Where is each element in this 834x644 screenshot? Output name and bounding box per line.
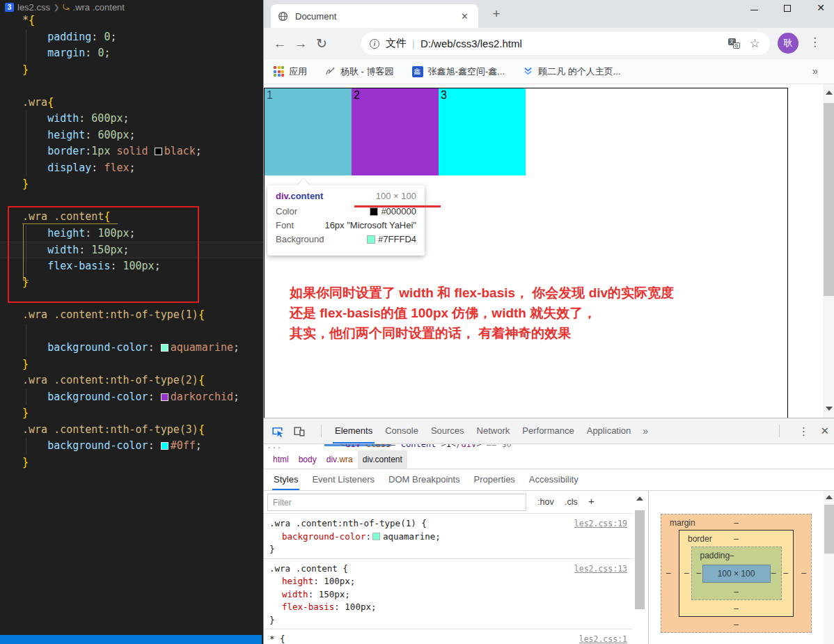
bookmarks-overflow-icon[interactable]: » bbox=[812, 65, 818, 77]
property-name[interactable]: width bbox=[282, 589, 308, 599]
scrollbar-thumb[interactable] bbox=[824, 103, 834, 296]
devtools-tab-network[interactable]: Network bbox=[471, 418, 517, 443]
scrollbar-thumb[interactable] bbox=[635, 510, 645, 609]
browser-menu-icon[interactable]: ⋮ bbox=[809, 35, 821, 49]
bookmark-star-icon[interactable]: ☆ bbox=[750, 36, 760, 51]
code-token: ; bbox=[196, 145, 202, 157]
subtab-properties[interactable]: Properties bbox=[467, 469, 522, 490]
maximize-icon[interactable] bbox=[784, 5, 791, 12]
dom-node-line[interactable]: <div class="content">1</div> == $0 bbox=[340, 444, 512, 449]
border-bottom-value[interactable]: – bbox=[679, 604, 793, 613]
border-left-value[interactable]: – bbox=[684, 568, 689, 578]
box-model-content[interactable]: 100 × 100 bbox=[702, 565, 771, 583]
css-declaration[interactable]: height: 100px; bbox=[269, 575, 627, 588]
back-icon[interactable]: ← bbox=[269, 36, 290, 52]
box-model-padding[interactable]: padding – – – – 100 × 100 bbox=[691, 547, 782, 600]
bookmark-label: 应用 bbox=[289, 65, 307, 78]
source-link[interactable]: les2.css:19 bbox=[574, 517, 627, 531]
scrollbar-thumb[interactable] bbox=[824, 505, 834, 553]
source-link[interactable]: les2.css:1 bbox=[579, 633, 627, 644]
border-top-value[interactable]: – bbox=[679, 534, 793, 544]
margin-top-value[interactable]: – bbox=[661, 518, 811, 528]
box-model-border[interactable]: border – – – – padding – bbox=[679, 530, 794, 617]
margin-bottom-value[interactable]: – bbox=[661, 620, 811, 629]
inspect-element-icon[interactable] bbox=[271, 425, 284, 438]
page-info-icon[interactable]: i bbox=[370, 39, 379, 49]
scroll-up-icon[interactable] bbox=[826, 91, 833, 95]
padding-bottom-value[interactable]: – bbox=[692, 587, 781, 597]
new-tab-button[interactable]: + bbox=[488, 6, 505, 22]
property-value[interactable]: aquamarine; bbox=[383, 531, 441, 542]
property-name[interactable]: height bbox=[282, 576, 313, 586]
bookmark-blog[interactable]: 杨耿 - 博客园 bbox=[325, 65, 394, 78]
scroll-up-icon[interactable] bbox=[636, 496, 643, 501]
device-toolbar-icon[interactable] bbox=[292, 425, 306, 438]
padding-top-value[interactable]: – bbox=[730, 551, 734, 560]
subtab-dom-breakpoints[interactable]: DOM Breakpoints bbox=[381, 469, 467, 490]
border-right-value[interactable]: – bbox=[783, 568, 788, 578]
forward-icon[interactable]: → bbox=[290, 36, 311, 52]
padding-right-value[interactable]: – bbox=[771, 568, 776, 578]
new-rule-button[interactable]: + bbox=[588, 495, 595, 507]
color-swatch[interactable] bbox=[372, 533, 380, 540]
breadcrumb-item[interactable]: html bbox=[268, 450, 294, 469]
property-value[interactable]: 100px; bbox=[345, 602, 376, 612]
breadcrumb-item[interactable]: div.wra bbox=[322, 450, 358, 469]
minimize-icon[interactable] bbox=[750, 10, 758, 10]
editor-breadcrumb[interactable]: 3 les2.css ❯ ⤿ .wra .content bbox=[0, 0, 263, 14]
subtab-event-listeners[interactable]: Event Listeners bbox=[305, 469, 381, 490]
elements-tree-clipped-row[interactable]: ... <div class="content">1</div> == $0 bbox=[264, 444, 834, 450]
translate-icon[interactable]: 文 G bbox=[728, 38, 740, 49]
css-declaration[interactable]: background-color:aquamarine; bbox=[269, 531, 627, 544]
breadcrumb-item[interactable]: div.content bbox=[358, 450, 407, 469]
css-declaration[interactable]: flex-basis: 100px; bbox=[269, 601, 627, 614]
scroll-up-icon[interactable] bbox=[826, 495, 833, 499]
reload-icon[interactable]: ↻ bbox=[311, 36, 332, 52]
breadcrumb-item[interactable]: body bbox=[294, 450, 322, 469]
address-bar[interactable]: i 文件 | D:/web/css3/les2.html 文 G ☆ bbox=[361, 32, 770, 55]
property-name[interactable]: background-color bbox=[282, 531, 365, 542]
code-line: } bbox=[0, 455, 263, 471]
hover-state-button[interactable]: :hov bbox=[537, 497, 554, 507]
class-toggle-button[interactable]: .cls bbox=[565, 497, 578, 507]
source-link[interactable]: les2.css:13 bbox=[574, 563, 627, 576]
url-text[interactable]: D:/web/css3/les2.html bbox=[420, 38, 522, 49]
boxmodel-scrollbar[interactable] bbox=[824, 491, 834, 644]
devtools-tab-performance[interactable]: Performance bbox=[516, 418, 580, 443]
browser-tab[interactable]: Document ✕ bbox=[271, 4, 478, 28]
tab-close-icon[interactable]: ✕ bbox=[458, 11, 471, 22]
devtools-close-icon[interactable]: ✕ bbox=[820, 425, 829, 437]
property-value[interactable]: 150px; bbox=[319, 589, 350, 599]
code-token: { bbox=[198, 374, 205, 386]
devtools-tab-elements[interactable]: Elements bbox=[329, 418, 379, 443]
bookmark-apps[interactable]: 应用 bbox=[274, 65, 307, 78]
margin-right-value[interactable]: – bbox=[801, 568, 806, 578]
page-scrollbar[interactable] bbox=[823, 84, 834, 418]
rule-selector[interactable]: * { bbox=[269, 633, 627, 644]
devtools-menu-icon[interactable]: ⋮ bbox=[798, 425, 809, 438]
breadcrumb-symbol[interactable]: .wra .content bbox=[73, 2, 125, 13]
styles-filter-input[interactable] bbox=[267, 494, 526, 511]
bookmark-homepage[interactable]: 顾二凡 的个人主页... bbox=[523, 65, 620, 78]
css-declaration[interactable]: width: 150px; bbox=[269, 588, 627, 602]
property-name[interactable]: flex-basis bbox=[282, 602, 334, 612]
subtab-styles[interactable]: Styles bbox=[267, 469, 305, 490]
box-model-margin[interactable]: margin – – – – border – – – bbox=[661, 514, 812, 633]
property-value[interactable]: 100px; bbox=[324, 576, 355, 586]
subtab-accessibility[interactable]: Accessibility bbox=[522, 469, 585, 490]
breadcrumb-filename[interactable]: les2.css bbox=[17, 2, 50, 13]
devtools-tab-console[interactable]: Console bbox=[379, 418, 425, 443]
padding-left-value[interactable]: – bbox=[697, 568, 702, 578]
profile-avatar[interactable]: 耿 bbox=[778, 33, 798, 54]
apps-grid-icon bbox=[274, 66, 284, 77]
devtools-tabs-overflow-icon[interactable]: » bbox=[637, 425, 654, 437]
scroll-down-icon[interactable] bbox=[826, 407, 833, 411]
styles-scrollbar[interactable] bbox=[633, 491, 648, 644]
window-close-icon[interactable]: ✕ bbox=[817, 1, 825, 14]
color-swatch bbox=[367, 235, 375, 244]
devtools-tab-sources[interactable]: Sources bbox=[425, 418, 471, 443]
devtools-tabs: ElementsConsoleSourcesNetworkPerformance… bbox=[329, 418, 637, 443]
margin-left-value[interactable]: – bbox=[666, 568, 671, 578]
devtools-tab-application[interactable]: Application bbox=[581, 418, 638, 443]
bookmark-zhangxinxu[interactable]: 鑫 张鑫旭-鑫空间-鑫... bbox=[412, 65, 505, 78]
